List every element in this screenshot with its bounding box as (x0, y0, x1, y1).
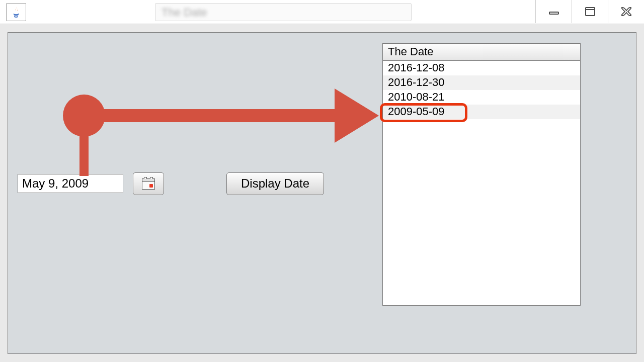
window-controls (535, 0, 644, 23)
svg-rect-0 (549, 12, 558, 14)
close-button[interactable] (608, 0, 644, 23)
title-bar-caption: The Date (162, 6, 207, 19)
date-table-header: The Date (383, 44, 580, 61)
java-cup-icon (11, 6, 21, 18)
table-row[interactable]: 2016-12-30 (383, 75, 580, 90)
calendar-icon (142, 178, 155, 190)
divider (0, 24, 644, 24)
date-cell: 2016-12-30 (388, 76, 445, 88)
maximize-button[interactable] (572, 0, 608, 23)
table-row[interactable]: 2010-08-21 (383, 90, 580, 105)
date-table: The Date 2016-12-08 2016-12-30 2010-08-2… (382, 43, 581, 306)
date-input-value: May 9, 2009 (22, 176, 89, 190)
svg-rect-1 (586, 8, 595, 16)
display-date-button-label: Display Date (241, 176, 309, 190)
date-cell: 2009-05-09 (388, 105, 445, 118)
date-cell: 2010-08-21 (388, 90, 445, 103)
maximize-icon (583, 6, 598, 17)
close-icon (619, 6, 633, 17)
title-bar: The Date (0, 0, 644, 24)
date-input[interactable]: May 9, 2009 (18, 174, 123, 193)
java-app-icon (6, 3, 26, 21)
minimize-icon (546, 8, 561, 16)
calendar-picker-button[interactable] (133, 172, 164, 195)
minimize-button[interactable] (535, 0, 572, 23)
title-bar-caption-area: The Date (155, 3, 412, 21)
table-row[interactable]: 2009-05-09 (383, 105, 580, 119)
date-table-header-label: The Date (388, 45, 434, 58)
table-row[interactable]: 2016-12-08 (383, 61, 580, 75)
display-date-button[interactable]: Display Date (226, 172, 324, 195)
date-cell: 2016-12-08 (388, 61, 445, 74)
